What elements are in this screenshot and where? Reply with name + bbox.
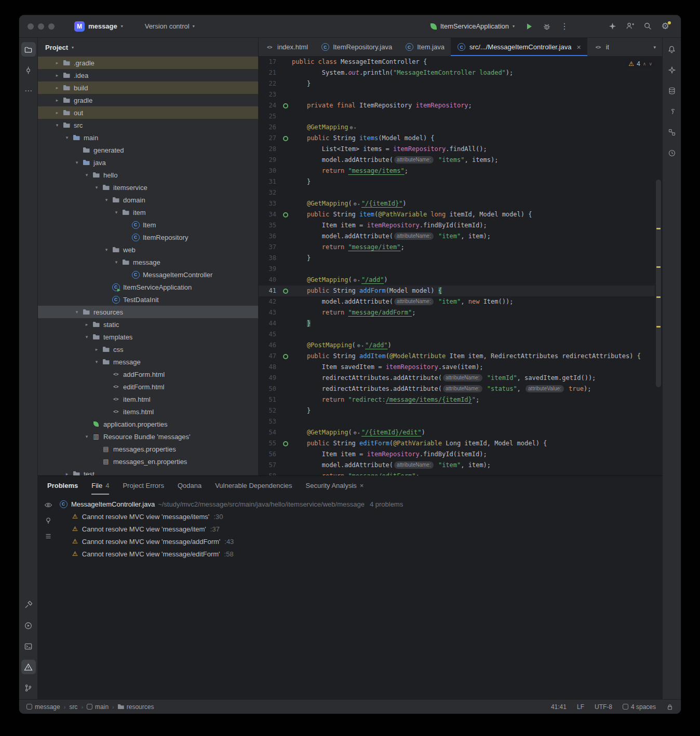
editor-tab-it[interactable]: it	[587, 38, 610, 56]
tree-item-resource-bundle-messages[interactable]: ▾Resource Bundle 'messages'	[38, 430, 258, 443]
code-line-32[interactable]: 32	[259, 187, 655, 198]
spring-bean-icon[interactable]	[283, 136, 288, 141]
gradle-tool-button[interactable]	[665, 104, 679, 119]
tree-item-testdatainit[interactable]: TestDataInit	[38, 293, 258, 306]
code-line-29[interactable]: 29 model.addAttribute(attributeName: "it…	[259, 155, 655, 166]
problems-tab-file[interactable]: File4	[91, 476, 109, 495]
chevron-down-icon[interactable]: ▾	[112, 260, 121, 265]
code-editor[interactable]: 17public class MessageItemController {21…	[259, 57, 662, 475]
code-line-54[interactable]: 54 @GetMapping(⊕"/{itemId}/edit")	[259, 427, 655, 438]
close-icon[interactable]: ×	[576, 44, 581, 51]
tree-item-itemrepository[interactable]: ItemRepository	[38, 231, 258, 243]
tree-item-out[interactable]: ▸out	[38, 106, 258, 119]
tab-overflow-button[interactable]: ▾	[647, 38, 662, 56]
more-tools-button[interactable]: ⋯	[21, 84, 36, 98]
code-line-42[interactable]: 42 model.addAttribute(attributeName: "it…	[259, 296, 655, 307]
chevron-right-icon[interactable]: ▸	[52, 110, 62, 115]
code-line-45[interactable]: 45	[259, 329, 655, 340]
settings-button[interactable]: ⚙	[658, 19, 672, 34]
code-line-25[interactable]: 25	[259, 111, 655, 122]
stripe-warning-mark[interactable]	[656, 228, 661, 229]
breadcrumb-item-src[interactable]: src	[69, 703, 77, 711]
code-line-39[interactable]: 39	[259, 264, 655, 275]
tree-item-application-properties[interactable]: application.properties	[38, 418, 258, 430]
chevron-down-icon[interactable]: ▾	[92, 359, 101, 364]
chevron-right-icon[interactable]: ▸	[52, 73, 62, 78]
code-line-27[interactable]: 27 public String items(Model model) {	[259, 133, 655, 144]
chevron-down-icon[interactable]: ▾	[92, 185, 101, 190]
code-line-48[interactable]: 48 Item savedItem = itemRepository.save(…	[259, 362, 655, 373]
tree-item-itemservice[interactable]: ▾itemservice	[38, 181, 258, 194]
tree-item-domain[interactable]: ▾domain	[38, 194, 258, 206]
preview-eye-icon[interactable]	[44, 501, 52, 509]
spring-bean-icon[interactable]	[283, 354, 288, 359]
tree-item-web[interactable]: ▾web	[38, 243, 258, 256]
code-line-58[interactable]: 58 return "message/editForm";	[259, 471, 655, 475]
ai-assistant-button[interactable]	[605, 19, 620, 34]
zoom-button[interactable]	[48, 23, 55, 30]
editor-tab-src-messageitemcontroller-java[interactable]: src/.../MessageItemController.java×	[451, 38, 587, 56]
tree-item-test[interactable]: ▸test	[38, 468, 258, 475]
problems-tab-qodana[interactable]: Qodana	[178, 476, 201, 495]
tree-item-item[interactable]: Item	[38, 219, 258, 231]
chevron-right-icon[interactable]: ▸	[82, 322, 91, 327]
chevron-right-icon[interactable]: ▸	[52, 98, 62, 103]
search-everywhere-button[interactable]	[640, 19, 655, 34]
indent-setting[interactable]: 4 spaces	[623, 703, 656, 711]
code-with-me-button[interactable]	[623, 19, 637, 34]
chevron-down-icon[interactable]: ▾	[72, 160, 82, 165]
chevron-down-icon[interactable]: ▾	[62, 135, 72, 140]
minimize-button[interactable]	[38, 23, 44, 30]
next-problem-button[interactable]: ∨	[649, 61, 652, 66]
chevron-down-icon[interactable]: ▾	[82, 434, 91, 439]
code-line-49[interactable]: 49 redirectAttributes.addAttribute(attri…	[259, 373, 655, 384]
code-line-44[interactable]: 44 }	[259, 318, 655, 329]
terminal-tool-button[interactable]	[21, 639, 36, 653]
tree-item-message[interactable]: ▾message	[38, 356, 258, 368]
breadcrumb-item-message[interactable]: message	[26, 703, 60, 711]
tree-item-static[interactable]: ▸static	[38, 318, 258, 331]
git-tool-button[interactable]	[21, 680, 36, 695]
scrollbar-thumb[interactable]	[656, 180, 661, 387]
tree-item-messages-en-properties[interactable]: messages_en.properties	[38, 455, 258, 468]
spring-bean-icon[interactable]	[283, 441, 288, 446]
tree-item-hello[interactable]: ▾hello	[38, 169, 258, 181]
chevron-right-icon[interactable]: ▸	[92, 347, 101, 352]
tree-item-addform-html[interactable]: addForm.html	[38, 368, 258, 380]
code-line-35[interactable]: 35 Item item = itemRepository.findById(i…	[259, 220, 655, 231]
run-button[interactable]	[522, 19, 536, 34]
chevron-down-icon[interactable]: ▾	[72, 45, 74, 50]
debug-button[interactable]	[540, 19, 554, 34]
tree-item-src[interactable]: ▾src	[38, 119, 258, 131]
spring-bean-icon[interactable]	[283, 212, 288, 217]
tree-item-items-html[interactable]: items.html	[38, 405, 258, 418]
chevron-right-icon[interactable]: ▸	[62, 471, 72, 475]
chevron-down-icon[interactable]: ▾	[52, 122, 62, 128]
close-icon[interactable]: ×	[360, 482, 364, 489]
problems-tab-project-errors[interactable]: Project Errors	[123, 476, 164, 495]
code-line-52[interactable]: 52 }	[259, 405, 655, 416]
breadcrumb-item-resources[interactable]: resources	[118, 703, 154, 711]
problems-tab-security-analysis[interactable]: Security Analysis×	[306, 476, 364, 495]
code-line-37[interactable]: 37 return "message/item";	[259, 242, 655, 253]
chevron-down-icon[interactable]: ▾	[82, 172, 91, 178]
problem-item[interactable]: ⚠Cannot resolve MVC view 'message/item':…	[59, 523, 662, 535]
commit-tool-button[interactable]	[21, 63, 36, 77]
tree-item-resources[interactable]: ▾resources	[38, 306, 258, 318]
project-widget[interactable]: M message ▾	[70, 19, 127, 34]
code-line-51[interactable]: 51 return "redirect:/message/items/{item…	[259, 394, 655, 405]
code-line-40[interactable]: 40 @GetMapping(⊕"/add")	[259, 275, 655, 285]
tree-item-messages-properties[interactable]: messages.properties	[38, 443, 258, 455]
services-tool-button[interactable]	[21, 618, 36, 633]
inspection-widget[interactable]: ⚠ 4 ∧ ∨	[626, 60, 655, 68]
code-line-57[interactable]: 57 model.addAttribute(attributeName: "it…	[259, 460, 655, 471]
chevron-down-icon[interactable]: ▾	[102, 247, 111, 252]
run-config-widget[interactable]: ItemServiceApplication ▾	[426, 20, 519, 32]
database-tool-button[interactable]	[665, 84, 679, 98]
tree-item-editform-html[interactable]: editForm.html	[38, 380, 258, 393]
editor-tab-item-java[interactable]: Item.java	[398, 38, 451, 56]
tree-item-gradle[interactable]: ▸gradle	[38, 94, 258, 106]
lightbulb-icon[interactable]	[44, 516, 52, 525]
code-line-31[interactable]: 31 }	[259, 176, 655, 187]
version-control-widget[interactable]: Version control ▾	[141, 20, 199, 32]
